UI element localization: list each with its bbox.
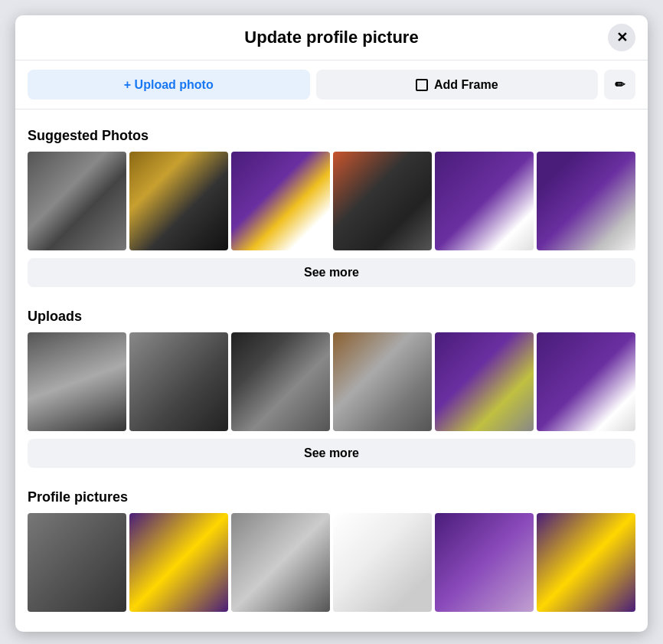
modal-header: Update profile picture ✕ (15, 15, 648, 60)
uploads-see-more-button[interactable]: See more (28, 439, 635, 468)
profile-photo-3[interactable] (231, 513, 330, 612)
uploads-section-title: Uploads (28, 309, 635, 325)
upload-photo-6[interactable] (537, 332, 635, 431)
profile-photo-4[interactable] (333, 513, 432, 612)
suggested-photo-5[interactable] (435, 152, 534, 250)
suggested-photo-3[interactable] (231, 152, 330, 250)
suggested-photo-1[interactable] (28, 152, 126, 250)
profile-photo-5[interactable] (435, 513, 534, 612)
upload-photo-1[interactable] (28, 332, 126, 431)
upload-photo-button[interactable]: + Upload photo (28, 70, 310, 100)
profile-photo-6[interactable] (537, 513, 635, 612)
edit-button[interactable]: ✏ (604, 70, 635, 100)
add-frame-button[interactable]: Add Frame (316, 70, 599, 100)
profile-pictures-photo-grid (28, 513, 635, 612)
profile-photo-1[interactable] (28, 513, 126, 612)
suggested-photo-2[interactable] (129, 152, 228, 250)
modal-title: Update profile picture (244, 28, 418, 47)
suggested-photo-4[interactable] (333, 152, 432, 250)
update-profile-picture-modal: Update profile picture ✕ + Upload photo … (15, 15, 648, 632)
upload-photo-4[interactable] (333, 332, 432, 431)
suggested-section-title: Suggested Photos (28, 128, 635, 144)
toolbar: + Upload photo Add Frame ✏ (15, 60, 648, 110)
frame-icon (416, 79, 428, 91)
suggested-see-more-button[interactable]: See more (28, 258, 635, 287)
modal-body: Suggested Photos See more Uploads (15, 110, 648, 632)
suggested-section: Suggested Photos See more (28, 128, 635, 302)
uploads-photo-grid (28, 332, 635, 431)
upload-photo-5[interactable] (435, 332, 534, 431)
profile-pictures-section: Profile pictures (28, 489, 635, 612)
profile-pictures-section-title: Profile pictures (28, 489, 635, 505)
profile-photo-2[interactable] (129, 513, 228, 612)
add-frame-label: Add Frame (434, 78, 498, 92)
upload-photo-2[interactable] (129, 332, 228, 431)
suggested-photo-grid (28, 152, 635, 250)
uploads-section: Uploads See more (28, 309, 635, 483)
close-button[interactable]: ✕ (608, 24, 635, 51)
upload-photo-3[interactable] (231, 332, 330, 431)
suggested-photo-6[interactable] (537, 152, 635, 250)
